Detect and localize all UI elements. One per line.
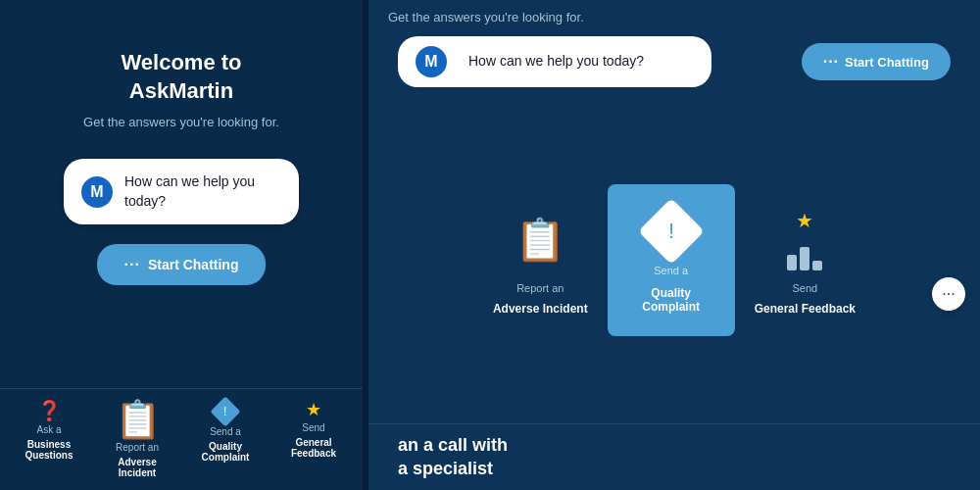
welcome-title: Welcome to AskMartin (121, 49, 241, 105)
ellipsis-button[interactable]: ··· (932, 277, 965, 311)
question-icon: ❓ (37, 401, 62, 420)
card-quality-complaint-featured[interactable]: ! Send a Quality Complaint (608, 184, 735, 336)
bottom-scroll-text: an a call with a specialist (398, 434, 951, 480)
star-icon-nav: ★ (306, 401, 321, 418)
nav-label-bottom-0: Business Questions (15, 439, 83, 461)
bar-3 (812, 261, 822, 270)
diamond-icon-nav: ! (210, 396, 240, 426)
diamond-shape: ! (638, 198, 705, 265)
nav-item-ask-business[interactable]: ❓ Ask a Business Questions (15, 401, 83, 478)
nav-label-bottom-3: General Feedback (279, 437, 348, 459)
right-chat-bubble: M How can we help you today? (398, 36, 711, 87)
card-label-top-0: Report an (516, 282, 564, 294)
nav-label-top-1: Report an (116, 442, 159, 453)
welcome-subtitle: Get the answers you're looking for. (83, 115, 279, 129)
nav-label-bottom-1: Adverse Incident (103, 457, 172, 478)
nav-label-top-3: Send (302, 422, 324, 433)
card-label-bottom-1: Quality Complaint (622, 286, 720, 314)
clipboard-icon-nav: 📋 (115, 401, 161, 438)
btn-dots: ··· (124, 256, 140, 273)
nav-label-top-0: Ask a (36, 424, 61, 435)
bottom-nav: ❓ Ask a Business Questions 📋 Report an A… (0, 388, 363, 490)
right-subtitle: Get the answers you're looking for. (388, 5, 584, 24)
card-icon-wrap-2: ★ (770, 206, 839, 274)
card-label-top-2: Send (793, 282, 818, 294)
nav-label-bottom-2: Quality Complaint (191, 441, 260, 463)
nav-item-general-feedback[interactable]: ★ Send General Feedback (279, 401, 348, 478)
right-chat-row: M How can we help you today? ··· Start C… (388, 36, 960, 87)
card-general-feedback[interactable]: ★ Send General Feedback (755, 206, 856, 316)
right-top-section: Get the answers you're looking for. M Ho… (368, 0, 980, 97)
left-panel: Welcome to AskMartin Get the answers you… (0, 0, 363, 490)
bubble-text: How can we help you today? (124, 172, 281, 211)
right-btn-dots: ··· (823, 53, 839, 71)
card-label-bottom-0: Adverse Incident (493, 302, 588, 316)
card-adverse-incident[interactable]: 📋 Report an Adverse Incident (493, 206, 588, 316)
right-start-chatting-label: Start Chatting (845, 55, 929, 70)
right-cards-wrapper: ··· 📋 Report an Adverse Incident ! Send … (368, 97, 980, 490)
card-label-bottom-2: General Feedback (755, 302, 856, 316)
bar-2 (800, 247, 809, 270)
avatar: M (81, 176, 113, 208)
bar-chart-icon (787, 235, 822, 270)
nav-label-top-2: Send a (210, 426, 241, 437)
right-avatar: M (416, 46, 447, 77)
start-chatting-button[interactable]: ··· Start Chatting (97, 244, 267, 285)
nav-item-quality-complaint[interactable]: ! Send a Quality Complaint (191, 401, 260, 478)
cards-area: 📋 Report an Adverse Incident ! Send a Qu… (368, 97, 980, 423)
card-icon-wrap-0: 📋 (506, 206, 574, 274)
chat-bubble: M How can we help you today? (64, 159, 299, 224)
nav-item-adverse-incident[interactable]: 📋 Report an Adverse Incident (103, 401, 172, 478)
ellipsis-icon: ··· (942, 285, 955, 303)
bar-1 (787, 255, 797, 270)
card-label-top-1: Send a (654, 265, 688, 276)
clipboard-icon-card: 📋 (514, 216, 565, 264)
exclamation-icon: ! (668, 219, 674, 244)
right-start-chatting-button[interactable]: ··· Start Chatting (802, 43, 951, 80)
right-panel: Get the answers you're looking for. M Ho… (368, 0, 980, 490)
start-chatting-label: Start Chatting (148, 257, 239, 272)
bottom-scroll: an a call with a specialist (368, 423, 980, 490)
star-icon-card: ★ (796, 209, 813, 232)
right-bubble-text: How can we help you today? (468, 52, 644, 72)
